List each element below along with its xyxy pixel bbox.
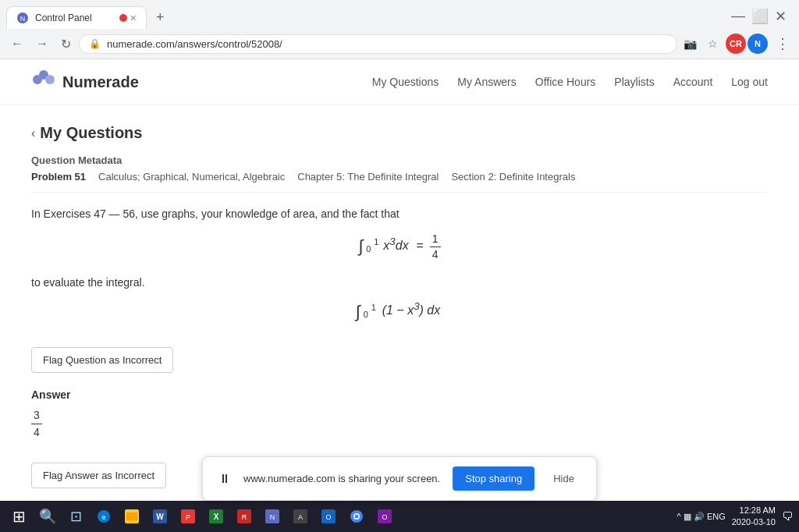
meta-label: Question Metadata: [31, 154, 768, 166]
integral-formula: ∫ 0 1 (1 − x3) dx: [31, 300, 768, 322]
taskbar-sys-icons: ^ ▦ 🔊 ENG: [677, 512, 726, 522]
tab-close-button[interactable]: ×: [130, 12, 137, 24]
meta-divider: [31, 192, 768, 193]
svg-text:N: N: [20, 15, 26, 23]
taskbar-app5[interactable]: A: [288, 504, 313, 529]
section: Section 2: Definite Integrals: [451, 171, 575, 183]
nav-logout[interactable]: Log out: [731, 76, 768, 88]
taskbar-app2[interactable]: P: [176, 504, 201, 529]
taskbar-app7[interactable]: O: [372, 504, 397, 529]
tab-favicon: N: [16, 12, 29, 24]
logo-text: Numerade: [62, 73, 139, 91]
site-header: Numerade My Questions My Answers Office …: [0, 59, 799, 105]
back-arrow-icon: ‹: [31, 126, 35, 140]
forward-button[interactable]: →: [31, 34, 53, 54]
tab-bar: N Control Panel × + — ⬜ ✕: [0, 0, 799, 29]
active-tab[interactable]: N Control Panel ×: [6, 6, 147, 29]
taskbar-task-view[interactable]: ⊡: [63, 504, 88, 529]
browser-controls: ← → ↻ 🔒 numerade.com/answers/control/520…: [0, 29, 799, 59]
tab-indicator: [119, 14, 127, 22]
taskbar-excel[interactable]: X: [204, 504, 229, 529]
nav-playlists[interactable]: Playlists: [614, 76, 654, 88]
hide-sharing-button[interactable]: Hide: [547, 470, 581, 488]
problem-number: Problem 51: [31, 171, 86, 183]
svg-text:R: R: [242, 513, 247, 521]
cast-button[interactable]: 📷: [680, 34, 700, 53]
upper-limit-2: 1: [371, 303, 376, 312]
given-formula: ∫ 0 1 x3dx = 1 4: [31, 232, 768, 261]
taskbar: ⊞ 🔍 ⊡ e W P X R N A O O ^ ▦ 🔊 ENG 12:28 …: [0, 501, 799, 532]
svg-text:N: N: [270, 513, 275, 521]
close-button[interactable]: ✕: [775, 8, 787, 25]
nav-my-answers[interactable]: My Answers: [457, 76, 516, 88]
answer-denominator: 4: [31, 424, 42, 441]
sharing-message: www.numerade.com is sharing your screen.: [243, 473, 440, 484]
taskbar-app3[interactable]: R: [232, 504, 257, 529]
profile-icon-1[interactable]: CR: [726, 34, 746, 54]
sharing-icon: ⏸: [218, 472, 231, 486]
tab-title: Control Panel: [35, 12, 113, 23]
back-link[interactable]: ‹ My Questions: [31, 124, 768, 142]
menu-button[interactable]: ⋮: [772, 32, 793, 55]
taskbar-chrome[interactable]: [344, 504, 369, 529]
taskbar-app4[interactable]: N: [260, 504, 285, 529]
minimize-button[interactable]: —: [731, 8, 745, 24]
lower-limit-1: 0: [366, 245, 371, 254]
flag-question-button[interactable]: Flag Question as Incorrect: [31, 347, 173, 373]
url-text: numerade.com/answers/control/52008/: [107, 38, 667, 50]
chapter: Chapter 5: The Definite Integral: [297, 171, 439, 183]
logo[interactable]: Numerade: [31, 69, 139, 95]
nav-account[interactable]: Account: [673, 76, 713, 88]
profile-area: CR N: [726, 34, 768, 54]
main-nav: My Questions My Answers Office Hours Pla…: [372, 76, 768, 88]
taskbar-search[interactable]: 🔍: [35, 504, 60, 529]
evaluate-text: to evaluate the integral.: [31, 274, 768, 291]
profile-icon-2[interactable]: N: [748, 34, 768, 54]
logo-icon: [31, 69, 56, 95]
nav-my-questions[interactable]: My Questions: [372, 76, 439, 88]
flag-answer-button[interactable]: Flag Answer as Incorrect: [31, 463, 166, 488]
svg-text:O: O: [382, 513, 387, 521]
integrand-1: x3dx: [383, 239, 408, 252]
new-tab-button[interactable]: +: [150, 6, 171, 29]
svg-text:P: P: [186, 513, 190, 521]
taskbar-right: ^ ▦ 🔊 ENG 12:28 AM 2020-03-10 🗨: [677, 505, 793, 529]
clock-time: 12:28 AM: [732, 505, 776, 516]
address-bar[interactable]: 🔒 numerade.com/answers/control/52008/: [79, 34, 677, 54]
svg-text:X: X: [214, 512, 219, 521]
nav-office-hours[interactable]: Office Hours: [535, 76, 596, 88]
bookmark-button[interactable]: ☆: [705, 34, 721, 53]
maximize-button[interactable]: ⬜: [751, 8, 769, 25]
question-metadata: Question Metadata Problem 51 Calculus; G…: [31, 154, 768, 193]
svg-point-4: [45, 75, 55, 84]
taskbar-explorer[interactable]: [119, 504, 144, 529]
refresh-button[interactable]: ↻: [56, 34, 76, 55]
page-title: My Questions: [40, 124, 142, 142]
meta-row: Problem 51 Calculus; Graphical, Numerica…: [31, 171, 768, 183]
answer-label: Answer: [31, 388, 768, 401]
equals-1: =: [417, 239, 424, 252]
exercise-text: In Exercises 47 — 56, use graphs, your k…: [31, 205, 768, 222]
taskbar-app6[interactable]: O: [316, 504, 341, 529]
integral-sign-2: ∫: [356, 302, 360, 321]
notification-button[interactable]: 🗨: [782, 510, 793, 523]
clock-date: 2020-03-10: [732, 516, 776, 528]
taskbar-edge[interactable]: e: [91, 504, 116, 529]
integrand-2: (1 − x3) dx: [382, 303, 441, 317]
back-button[interactable]: ←: [6, 34, 28, 54]
subject: Calculus; Graphical, Numerical, Algebrai…: [98, 171, 285, 183]
svg-rect-8: [126, 512, 137, 520]
upper-limit-1: 1: [374, 237, 378, 246]
lock-icon: 🔒: [89, 38, 101, 49]
svg-text:A: A: [298, 513, 303, 521]
answer-numerator: 3: [31, 407, 42, 424]
browser-actions: 📷 ☆ CR N ⋮: [680, 32, 793, 55]
start-button[interactable]: ⊞: [6, 504, 32, 529]
taskbar-clock: 12:28 AM 2020-03-10: [732, 505, 776, 529]
stop-sharing-button[interactable]: Stop sharing: [453, 466, 534, 491]
svg-text:W: W: [156, 512, 164, 521]
browser-chrome: N Control Panel × + — ⬜ ✕ ← → ↻ 🔒 numera…: [0, 0, 799, 59]
svg-text:e: e: [101, 513, 105, 521]
screen-sharing-banner: ⏸ www.numerade.com is sharing your scree…: [202, 456, 597, 501]
taskbar-word[interactable]: W: [147, 504, 172, 529]
